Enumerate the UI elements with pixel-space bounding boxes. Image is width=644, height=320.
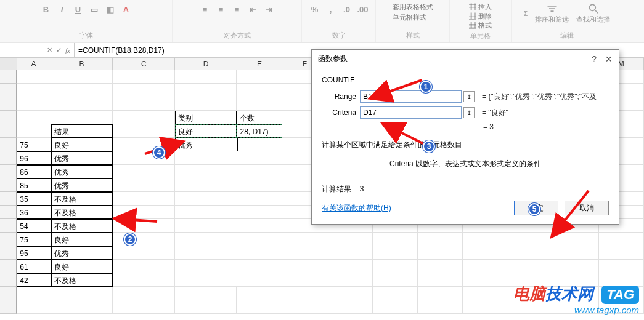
cell[interactable]	[51, 287, 113, 300]
cell[interactable]	[418, 300, 463, 314]
indent-dec-icon[interactable]: ⇤	[247, 2, 260, 16]
cell[interactable]: 85	[17, 178, 51, 192]
col-header[interactable]: D	[175, 58, 237, 70]
range-input[interactable]	[360, 90, 462, 103]
cell[interactable]	[113, 70, 175, 84]
cell[interactable]	[553, 246, 598, 260]
cell[interactable]: 优秀	[51, 246, 113, 260]
cell[interactable]: 42	[17, 273, 51, 287]
sort-filter-button[interactable]: 排序和筛选	[532, 2, 571, 24]
cell[interactable]	[599, 233, 644, 246]
cell[interactable]	[113, 124, 175, 138]
cell[interactable]	[463, 287, 508, 300]
dialog-close-icon[interactable]: ✕	[605, 54, 613, 64]
italic-button[interactable]: I	[55, 2, 69, 16]
cell[interactable]: 个数	[237, 111, 282, 124]
cell[interactable]	[113, 192, 175, 206]
cell[interactable]	[508, 246, 553, 260]
cell[interactable]	[113, 287, 175, 300]
cell[interactable]	[17, 300, 51, 314]
cell[interactable]	[237, 70, 282, 84]
cell[interactable]: 不及格	[51, 219, 113, 233]
cell[interactable]	[113, 273, 175, 287]
format-button[interactable]: ▦ 格式	[469, 21, 491, 30]
cell[interactable]	[113, 219, 175, 233]
cell[interactable]	[175, 97, 237, 111]
cell[interactable]	[175, 84, 237, 97]
bold-button[interactable]: B	[39, 2, 53, 16]
cell[interactable]: 优秀	[51, 165, 113, 178]
col-header[interactable]: C	[113, 58, 175, 70]
cell[interactable]	[327, 260, 372, 273]
cell[interactable]	[418, 246, 463, 260]
cell[interactable]	[237, 287, 282, 300]
cell[interactable]: 良好	[51, 138, 113, 151]
cell[interactable]	[113, 138, 175, 151]
cell[interactable]: 95	[17, 246, 51, 260]
cell[interactable]	[113, 84, 175, 97]
fill-color-button[interactable]: ◧	[104, 2, 117, 16]
range-picker-icon[interactable]: ↥	[463, 91, 475, 102]
cell[interactable]	[51, 70, 113, 84]
cell[interactable]	[175, 70, 237, 84]
cancel-button[interactable]: 取消	[565, 201, 609, 215]
align-left-icon[interactable]: ≡	[198, 2, 212, 16]
cell[interactable]: 类别	[175, 111, 237, 124]
cell[interactable]	[237, 178, 282, 192]
cell[interactable]	[175, 273, 237, 287]
cell[interactable]	[282, 273, 327, 287]
name-box[interactable]	[0, 43, 43, 57]
criteria-input[interactable]	[360, 106, 462, 119]
dec-decimal-icon[interactable]: .00	[356, 2, 370, 16]
cell[interactable]	[463, 246, 508, 260]
criteria-picker-icon[interactable]: ↥	[463, 107, 475, 118]
cell[interactable]	[599, 246, 644, 260]
cell[interactable]	[17, 124, 51, 138]
cell[interactable]	[113, 165, 175, 178]
col-header[interactable]: E	[237, 58, 282, 70]
cell[interactable]	[175, 165, 237, 178]
cell[interactable]	[327, 287, 372, 300]
cell[interactable]	[373, 246, 418, 260]
cell[interactable]	[175, 233, 237, 246]
cell[interactable]	[113, 206, 175, 219]
align-center-icon[interactable]: ≡	[214, 2, 228, 16]
align-right-icon[interactable]: ≡	[230, 2, 244, 16]
ok-button[interactable]: 确定	[514, 201, 558, 215]
cell[interactable]	[282, 287, 327, 300]
cell[interactable]	[237, 97, 282, 111]
accept-formula-icon[interactable]: ✓	[56, 46, 62, 54]
cell[interactable]	[599, 260, 644, 273]
cell[interactable]	[175, 246, 237, 260]
col-header[interactable]: A	[17, 58, 51, 70]
cell[interactable]: 良好	[175, 124, 237, 138]
cell[interactable]: 结果	[51, 124, 113, 138]
percent-icon[interactable]: %	[308, 2, 322, 16]
cell[interactable]	[373, 300, 418, 314]
cell[interactable]	[113, 246, 175, 260]
cell[interactable]: 54	[17, 219, 51, 233]
cell[interactable]	[237, 273, 282, 287]
cell[interactable]	[282, 246, 327, 260]
cell[interactable]	[113, 178, 175, 192]
cell[interactable]: 35	[17, 192, 51, 206]
cell[interactable]	[463, 260, 508, 273]
cell[interactable]	[282, 233, 327, 246]
cell[interactable]	[113, 111, 175, 124]
find-select-button[interactable]: 查找和选择	[574, 2, 613, 24]
cell[interactable]	[51, 111, 113, 124]
cell[interactable]	[175, 206, 237, 219]
cell[interactable]	[237, 300, 282, 314]
select-all-corner[interactable]	[0, 58, 17, 70]
cell[interactable]	[175, 192, 237, 206]
function-help-link[interactable]: 有关该函数的帮助(H)	[322, 203, 391, 214]
cell[interactable]: 不及格	[51, 206, 113, 219]
cell[interactable]: 优秀	[51, 178, 113, 192]
cell[interactable]	[418, 233, 463, 246]
cell[interactable]: 不及格	[51, 273, 113, 287]
cell[interactable]	[463, 300, 508, 314]
cell[interactable]	[418, 273, 463, 287]
cell[interactable]	[237, 84, 282, 97]
cell[interactable]: 75	[17, 233, 51, 246]
cell[interactable]	[463, 273, 508, 287]
